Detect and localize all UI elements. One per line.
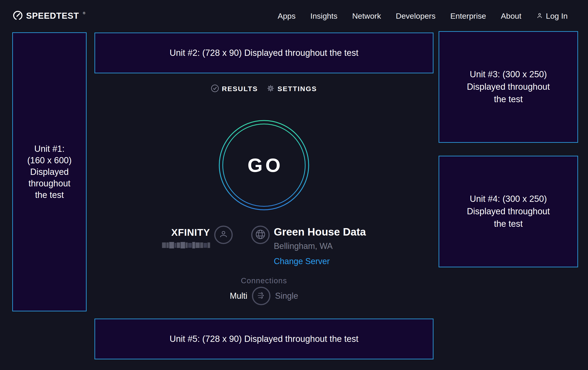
isp-user-badge (214, 226, 233, 244)
gear-icon (267, 84, 275, 93)
ad-unit-1: Unit #1: (160 x 600) Displayed throughou… (12, 32, 87, 311)
tab-settings-label: SETTINGS (278, 85, 317, 93)
isp-name: XFINITY (162, 227, 210, 238)
nav-item-about[interactable]: About (501, 11, 522, 20)
tab-results-label: RESULTS (222, 85, 258, 93)
connections-option-multi[interactable]: Multi (230, 291, 247, 301)
change-server-link[interactable]: Change Server (274, 257, 366, 266)
ip-address-redacted (162, 242, 210, 249)
view-tabs: RESULTS SETTINGS (211, 84, 317, 93)
nav-item-apps[interactable]: Apps (278, 11, 296, 20)
main-nav: Apps Insights Network Developers Enterpr… (278, 11, 568, 20)
user-icon (219, 229, 229, 240)
login-button[interactable]: Log In (536, 11, 568, 20)
site-header: SPEEDTEST ® Apps Insights Network Develo… (0, 0, 588, 32)
logo-trademark: ® (83, 11, 85, 15)
logo-wordmark: SPEEDTEST (26, 11, 79, 21)
ad-unit-4-text: Unit #4: (300 x 250) Displayed throughou… (467, 193, 550, 230)
server-location: Bellingham, WA (274, 241, 366, 251)
connections-toggle[interactable] (252, 287, 271, 305)
nav-item-insights[interactable]: Insights (310, 11, 337, 20)
speedtest-logo[interactable]: SPEEDTEST ® (13, 11, 85, 21)
isp-block: XFINITY (162, 227, 210, 249)
ad-unit-3: Unit #3: (300 x 250) Displayed throughou… (439, 31, 578, 143)
server-name: Green House Data (274, 226, 366, 238)
multi-connections-arrows-icon (256, 290, 266, 302)
ad-unit-5: Unit #5: (728 x 90) Displayed throughout… (94, 319, 433, 359)
go-button-label: GO (218, 120, 310, 211)
nav-item-network[interactable]: Network (352, 11, 381, 20)
server-block: Green House Data Bellingham, WA Change S… (274, 226, 366, 266)
ad-unit-4: Unit #4: (300 x 250) Displayed throughou… (439, 156, 578, 267)
ad-unit-5-text: Unit #5: (728 x 90) Displayed throughout… (169, 333, 358, 345)
nav-item-enterprise[interactable]: Enterprise (450, 11, 486, 20)
connections-label: Connections (241, 276, 287, 285)
tab-settings[interactable]: SETTINGS (267, 84, 317, 93)
ad-unit-2-text: Unit #2: (728 x 90) Displayed throughout… (169, 47, 358, 59)
speedtest-page: SPEEDTEST ® Apps Insights Network Develo… (0, 0, 588, 370)
tab-results[interactable]: RESULTS (211, 84, 258, 93)
connection-info-row: XFINITY Green House Data (162, 226, 366, 266)
globe-icon (255, 229, 266, 241)
gauge-icon (13, 11, 23, 21)
ad-unit-1-text: Unit #1: (160 x 600) Displayed throughou… (27, 143, 72, 201)
login-label: Log In (546, 11, 568, 20)
check-circle-icon (211, 84, 219, 93)
ad-unit-2: Unit #2: (728 x 90) Displayed throughout… (94, 32, 433, 73)
connections-toggle-row: Multi Single (230, 287, 298, 305)
go-button[interactable]: GO (218, 120, 310, 211)
connections-option-single[interactable]: Single (275, 291, 298, 301)
server-globe-badge (251, 226, 270, 244)
ad-unit-3-text: Unit #3: (300 x 250) Displayed throughou… (467, 68, 550, 106)
person-icon (536, 12, 543, 20)
nav-item-developers[interactable]: Developers (396, 11, 436, 20)
